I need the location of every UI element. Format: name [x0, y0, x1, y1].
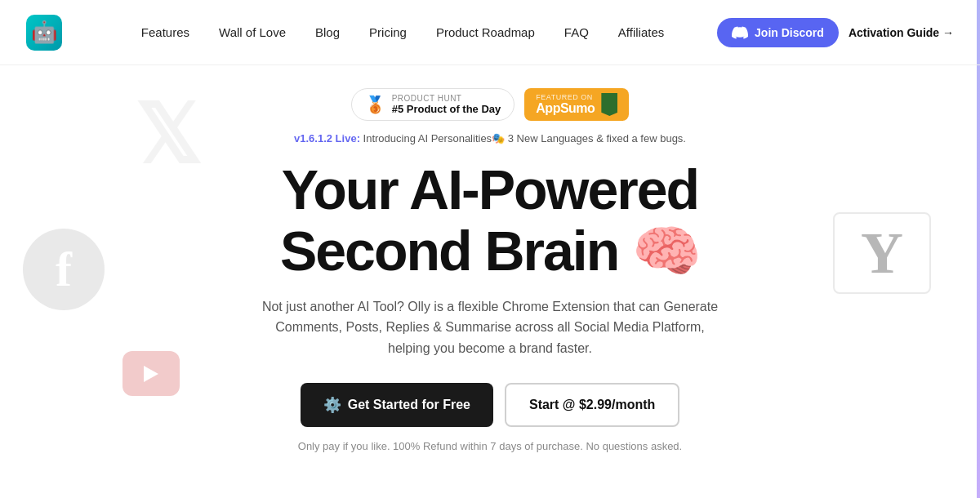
nav-product-roadmap[interactable]: Product Roadmap: [436, 25, 535, 39]
nav-blog[interactable]: Blog: [315, 25, 340, 39]
product-hunt-badge: 🥉 PRODUCT HUNT #5 Product of the Day: [351, 88, 515, 121]
nav-wall-of-love[interactable]: Wall of Love: [219, 25, 286, 39]
ph-badge-text: PRODUCT HUNT #5 Product of the Day: [392, 94, 501, 115]
logo-icon: 🤖: [31, 20, 57, 45]
ph-badge-top: PRODUCT HUNT: [392, 94, 501, 103]
ph-medal-icon: 🥉: [365, 95, 385, 114]
logo[interactable]: 🤖: [26, 15, 62, 51]
cta-buttons: ⚙️ Get Started for Free Start @ $2.99/mo…: [301, 383, 680, 427]
nav-pricing[interactable]: Pricing: [369, 25, 407, 39]
gear-icon: ⚙️: [323, 396, 341, 414]
update-text: Introducing AI Personalities🎭 3 New Lang…: [360, 132, 686, 145]
nav-faq[interactable]: FAQ: [564, 25, 589, 39]
start-pricing-button[interactable]: Start @ $2.99/month: [505, 383, 679, 427]
nav-links: Features Wall of Love Blog Pricing Produ…: [88, 25, 717, 39]
get-started-label: Get Started for Free: [348, 398, 470, 412]
discord-label: Join Discord: [755, 26, 824, 39]
start-pricing-label: Start @ $2.99/month: [529, 398, 655, 411]
hero-title-line2: Second Brain 🧠: [280, 220, 700, 282]
discord-button[interactable]: Join Discord: [717, 18, 839, 47]
ph-badge-bottom: #5 Product of the Day: [392, 103, 501, 115]
appsumo-label: FEATURED ON: [536, 93, 595, 101]
hero-title: Your AI-Powered Second Brain 🧠: [280, 159, 700, 282]
refund-text: Only pay if you like. 100% Refund within…: [298, 440, 682, 452]
update-bar: v1.6.1.2 Live: Introducing AI Personalit…: [294, 132, 686, 145]
appsumo-name: AppSumo: [536, 101, 595, 115]
discord-icon: [732, 24, 748, 41]
appsumo-badge: FEATURED ON AppSumo: [524, 88, 629, 121]
nav-right: Join Discord Activation Guide →: [717, 18, 954, 47]
activation-guide-link[interactable]: Activation Guide →: [849, 26, 954, 39]
update-link[interactable]: v1.6.1.2 Live:: [294, 132, 360, 145]
navbar: 🤖 Features Wall of Love Blog Pricing Pro…: [0, 0, 980, 65]
hero-title-line1: Your AI-Powered: [282, 158, 698, 220]
appsumo-tag-icon: [601, 93, 617, 116]
badges-row: 🥉 PRODUCT HUNT #5 Product of the Day FEA…: [351, 88, 630, 121]
nav-affiliates[interactable]: Affiliates: [618, 25, 664, 39]
appsumo-badge-text: FEATURED ON AppSumo: [536, 93, 595, 116]
nav-features[interactable]: Features: [141, 25, 189, 39]
hero-subtitle: Not just another AI Tool? Olly is a flex…: [261, 296, 719, 359]
get-started-button[interactable]: ⚙️ Get Started for Free: [301, 383, 493, 427]
hero-section: 🥉 PRODUCT HUNT #5 Product of the Day FEA…: [0, 65, 980, 452]
